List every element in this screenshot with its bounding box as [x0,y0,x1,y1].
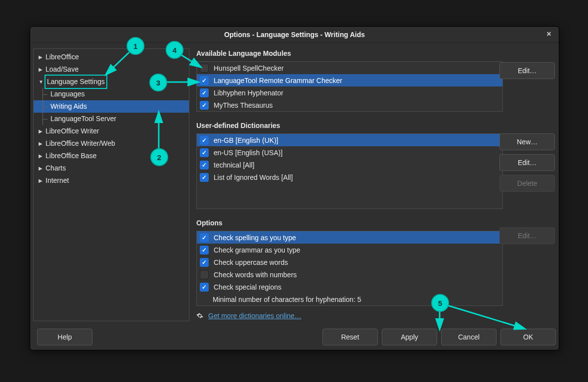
section-title-dicts: User-defined Dictionaries [196,121,555,129]
tree-item-label: LibreOffice Base [45,150,96,162]
category-tree[interactable]: ▶ LibreOffice ▶ Load/Save ▼ Language Set… [33,48,189,321]
content-panel: Available Language Modules Hunspell Spel… [196,48,555,325]
tree-item-languages[interactable]: Languages [34,88,189,100]
tree-item-label: Charts [45,162,66,174]
module-row-languagetool[interactable]: LanguageTool Remote Grammar Checker [197,74,502,86]
option-label: Check words with numbers [214,271,297,279]
dicts-side-buttons: New… Edit… Delete [499,133,555,192]
more-dicts-row: Get more dictionaries online… [196,312,555,320]
checkbox-icon[interactable] [200,88,209,97]
checkbox-icon[interactable] [200,246,209,255]
module-row-hunspell[interactable]: Hunspell SpellChecker [197,62,502,74]
chevron-down-icon: ▼ [39,76,44,88]
dict-label: technical [All] [214,161,254,169]
tree-item-writer[interactable]: ▶ LibreOffice Writer [34,125,189,137]
section-title-modules: Available Language Modules [196,48,555,57]
tree-item-writer-web[interactable]: ▶ LibreOffice Writer/Web [34,137,189,150]
dict-label: List of Ignored Words [All] [214,173,293,181]
callout-2: 2 [150,148,168,166]
dicts-new-button[interactable]: New… [499,133,555,150]
tree-item-internet[interactable]: ▶ Internet [34,174,189,187]
callout-4: 4 [166,41,183,59]
tree-item-charts[interactable]: ▶ Charts [34,162,189,174]
gear-icon [196,312,203,319]
dicts-delete-button[interactable]: Delete [499,175,555,192]
tree-item-languagetool-server[interactable]: LanguageTool Server [34,113,189,125]
checkbox-icon[interactable] [200,148,209,157]
option-row-spelling[interactable]: Check spelling as you type [197,231,502,244]
dict-row-technical[interactable]: technical [All] [197,159,502,171]
dialog-footer: Help Reset Apply Cancel OK [33,328,556,346]
chevron-right-icon: ▶ [39,162,44,174]
chevron-right-icon: ▶ [39,137,44,150]
checkbox-icon[interactable] [200,136,209,145]
modules-edit-button[interactable]: Edit… [499,62,555,79]
reset-button[interactable]: Reset [322,329,378,345]
tree-item-loadsave[interactable]: ▶ Load/Save [34,63,189,76]
callout-5: 5 [431,294,449,312]
dict-label: en-GB [English (UK)] [214,136,278,144]
checkbox-icon[interactable] [200,258,209,267]
callout-1: 1 [127,37,144,55]
tree-item-writing-aids[interactable]: Writing Aids [34,100,189,113]
module-label: MyThes Thesaurus [214,101,273,109]
option-row-numbers[interactable]: Check words with numbers [197,268,502,281]
dict-row-en-gb[interactable]: en-GB [English (UK)] [197,134,502,146]
dict-row-en-us[interactable]: en-US [English (USA)] [197,146,502,159]
tree-item-label: LibreOffice Writer/Web [45,137,115,150]
dict-label: en-US [English (USA)] [214,149,282,157]
chevron-right-icon: ▶ [39,125,44,137]
option-row-hyphen-min[interactable]: Minimal number of characters for hyphena… [197,293,502,305]
option-label: Check uppercase words [214,258,288,266]
options-dialog: Options - Language Settings - Writing Ai… [30,26,559,350]
chevron-right-icon: ▶ [39,51,44,63]
chevron-right-icon: ▶ [39,63,44,76]
option-row-special-regions[interactable]: Check special regions [197,281,502,293]
checkbox-icon[interactable] [200,64,209,73]
module-row-libhyphen[interactable]: Libhyphen Hyphenator [197,86,502,99]
modules-listbox[interactable]: Hunspell SpellChecker LanguageTool Remot… [196,61,503,112]
checkbox-icon[interactable] [200,161,209,170]
apply-button[interactable]: Apply [382,329,437,345]
cancel-button[interactable]: Cancel [441,329,497,345]
module-label: Libhyphen Hyphenator [214,89,283,97]
checkbox-icon[interactable] [200,101,209,110]
option-row-grammar[interactable]: Check grammar as you type [197,244,502,256]
dict-row-ignored[interactable]: List of Ignored Words [All] [197,171,502,183]
checkbox-icon[interactable] [200,270,209,279]
callout-3: 3 [149,74,167,91]
tree-item-label: LanguageTool Server [50,113,116,125]
tree-item-label: LibreOffice [45,51,79,63]
option-label: Check grammar as you type [214,246,300,254]
help-button[interactable]: Help [37,329,92,345]
dicts-edit-button[interactable]: Edit… [499,154,555,171]
options-listbox[interactable]: Check spelling as you type Check grammar… [196,231,503,306]
checkbox-icon[interactable] [200,173,209,182]
checkbox-icon[interactable] [200,233,209,242]
tree-item-label: Internet [45,174,69,187]
checkbox-icon[interactable] [200,76,209,85]
tree-item-libreoffice[interactable]: ▶ LibreOffice [34,51,189,63]
dicts-listbox[interactable]: en-GB [English (UK)] en-US [English (USA… [196,133,503,209]
chevron-right-icon: ▶ [39,150,44,162]
dialog-body: ▶ LibreOffice ▶ Load/Save ▼ Language Set… [33,46,556,325]
option-row-uppercase[interactable]: Check uppercase words [197,256,502,268]
modules-side-buttons: Edit… [499,62,555,79]
tree-item-label: Languages [50,88,85,100]
options-side-buttons: Edit… [499,227,555,244]
tree-item-label: Writing Aids [50,100,87,113]
ok-button[interactable]: OK [500,329,556,345]
option-label: Check spelling as you type [214,234,296,242]
options-edit-button[interactable]: Edit… [499,227,555,244]
close-icon[interactable]: × [543,27,555,42]
module-row-mythes[interactable]: MyThes Thesaurus [197,99,502,111]
tree-item-label: Load/Save [45,63,79,76]
section-title-options: Options [196,218,555,227]
checkbox-icon[interactable] [200,283,209,292]
get-more-dictionaries-link[interactable]: Get more dictionaries online… [208,312,301,320]
dialog-title: Options - Language Settings - Writing Ai… [224,31,365,39]
module-label: Hunspell SpellChecker [214,64,284,72]
tree-item-label: Language Settings [45,76,106,88]
tree-item-label: LibreOffice Writer [45,125,99,137]
option-label: Minimal number of characters for hyphena… [213,296,361,303]
